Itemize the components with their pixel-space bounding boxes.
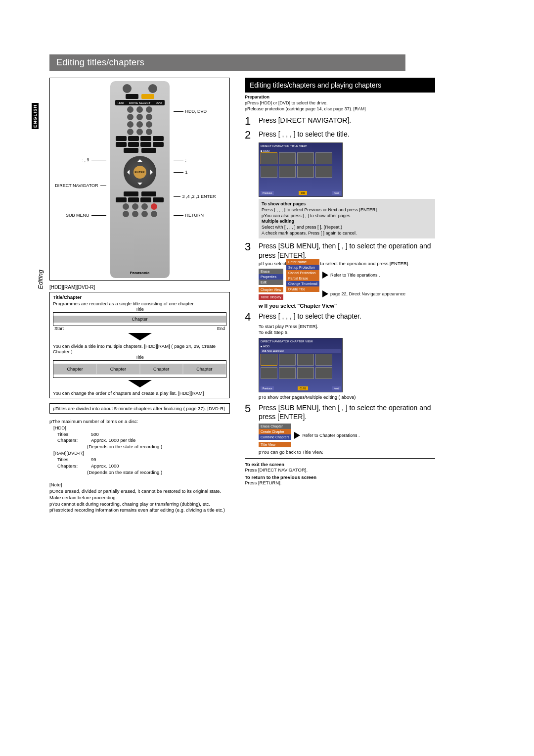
step-2: 2Press [ , , , ] to select the title. bbox=[245, 130, 435, 141]
power-icon bbox=[123, 84, 132, 93]
media-header: [HDD][RAM][DVD-R] bbox=[49, 284, 230, 290]
step-3: 3Press [SUB MENU], then [ , ] to select … bbox=[245, 241, 435, 259]
title-chapter-box: Title/Chapter Programmes are recorded as… bbox=[49, 292, 230, 398]
if-chapter-view: w If you select "Chapter View" bbox=[259, 303, 435, 309]
arrow-right-icon bbox=[322, 272, 328, 279]
arrow-down-icon bbox=[128, 333, 152, 340]
remote-diagram: : , 9 DIRECT NAVIGATOR SUB MENU HDD, DVD… bbox=[49, 78, 230, 281]
arrow-right-icon bbox=[322, 290, 328, 297]
direct-navigator-title-view: DIRECT NAVIGATOR TITLE VIEW ■ HDD Previo… bbox=[259, 142, 343, 197]
page-title: Editing titles/chapters bbox=[49, 54, 405, 71]
dvdr-note-box: pTitles are divided into about 5-minute … bbox=[49, 403, 230, 414]
exit-note: To exit the screenPress [DIRECT NAVIGATO… bbox=[245, 462, 435, 472]
remote-body: HDDDRIVE SELECTDVD ENTER bbox=[110, 81, 170, 278]
drive-select-strip: HDDDRIVE SELECTDVD bbox=[115, 100, 165, 105]
dpad-icon: ENTER bbox=[124, 156, 156, 189]
pagination-help: To show other pages Press [ , , , ] to s… bbox=[259, 199, 435, 238]
direct-navigator-chapter-view: DIRECT NAVIGATOR CHAPTER VIEW ■ HDD 008 … bbox=[259, 338, 343, 392]
enter-button: ENTER bbox=[134, 166, 146, 179]
step-5: 5Press [SUB MENU], then [ , ] to select … bbox=[245, 403, 435, 421]
step-3-sub: pIf you select Edit , press [ , ] to sel… bbox=[259, 261, 435, 267]
section-side-label: Editing bbox=[37, 270, 44, 289]
arrow-right-icon bbox=[294, 432, 300, 439]
arrow-down-icon bbox=[128, 380, 152, 387]
return-note: To return to the previous screenPress [R… bbox=[245, 474, 435, 485]
max-items-note: pThe maximum number of items on a disc: … bbox=[49, 419, 230, 514]
brand-label: Panasonic bbox=[130, 271, 149, 275]
step-1: 1Press [DIRECT NAVIGATOR]. bbox=[245, 116, 435, 127]
preparation-block: Preparation pPress [HDD] or [DVD] to sel… bbox=[245, 94, 435, 112]
language-tab: ENGLISH bbox=[32, 103, 39, 129]
title-menu-diagram: Erase Properties Edit Chapter View Table… bbox=[259, 269, 435, 300]
step-4: 4Press [ , , , ] to select the chapter. bbox=[245, 312, 435, 323]
chapter-menu-diagram: Erase Chapter Create Chapter Combine Cha… bbox=[259, 424, 435, 447]
section-heading: Editing titles/chapters and playing chap… bbox=[245, 78, 435, 93]
